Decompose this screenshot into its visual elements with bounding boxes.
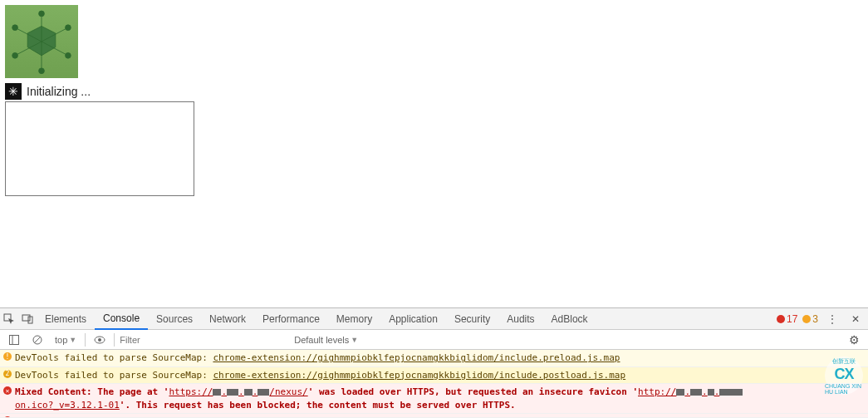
console-error-row[interactable]: ✕: [0, 414, 868, 418]
warning-icon: 2: [3, 370, 12, 378]
context-dropdown[interactable]: top ▼: [51, 335, 80, 345]
live-expression-icon[interactable]: [91, 331, 109, 349]
page-url-link[interactable]: https://.../nexus/: [169, 386, 307, 397]
svg-point-2: [39, 11, 45, 17]
tab-performance[interactable]: Performance: [254, 308, 328, 330]
console-text: Mixed Content: The page at ': [15, 386, 169, 397]
tab-application[interactable]: Application: [380, 308, 446, 330]
console-text: DevTools failed to parse SourceMap:: [15, 370, 213, 381]
more-icon[interactable]: ⋮: [823, 310, 841, 328]
console-sidebar-toggle-icon[interactable]: [5, 331, 23, 349]
clear-console-icon[interactable]: [28, 331, 47, 349]
console-text: ' was loaded over HTTPS, but requested a…: [308, 386, 638, 397]
tab-memory[interactable]: Memory: [328, 308, 380, 330]
devtools-tabbar: Elements Console Sources Network Perform…: [0, 308, 868, 330]
error-icon: ✕: [3, 386, 12, 395]
close-icon[interactable]: ✕: [846, 310, 865, 328]
initializing-label: Initializing ...: [27, 85, 91, 98]
console-warning-row[interactable]: 2 DevTools failed to parse SourceMap: ch…: [0, 367, 868, 384]
svg-point-12: [12, 25, 18, 31]
svg-line-19: [34, 337, 41, 343]
tab-security[interactable]: Security: [446, 308, 498, 330]
chevron-down-icon: ▼: [351, 336, 358, 344]
svg-rect-14: [22, 315, 30, 321]
svg-point-6: [66, 52, 71, 58]
svg-point-21: [98, 338, 101, 342]
console-text: '. This request has been blocked; the co…: [120, 400, 516, 411]
settings-icon[interactable]: ⚙: [845, 331, 863, 349]
console-filter-bar: top ▼ Default levels ▼ ⚙: [0, 330, 868, 350]
tab-elements[interactable]: Elements: [37, 308, 95, 330]
tab-sources[interactable]: Sources: [148, 308, 201, 330]
svg-point-4: [66, 25, 71, 31]
filter-input[interactable]: [120, 335, 286, 345]
device-toggle-icon[interactable]: [18, 310, 37, 328]
tab-console[interactable]: Console: [95, 308, 148, 330]
tab-audits[interactable]: Audits: [498, 308, 542, 330]
devtools-panel: Elements Console Sources Network Perform…: [0, 307, 868, 418]
inspect-element-icon[interactable]: [0, 310, 18, 328]
warning-count-badge[interactable]: 3: [802, 313, 818, 325]
tab-network[interactable]: Network: [201, 308, 254, 330]
svg-rect-16: [10, 335, 19, 344]
nexus-logo: [5, 5, 78, 78]
chevron-down-icon: ▼: [69, 336, 76, 344]
console-messages: ! DevTools failed to parse SourceMap: ch…: [0, 350, 868, 418]
console-warning-row[interactable]: ! DevTools failed to parse SourceMap: ch…: [0, 350, 868, 366]
loading-spinner-icon: ✳: [5, 83, 22, 100]
svg-point-8: [39, 68, 45, 74]
sourcemap-link[interactable]: chrome-extension://gighmmpiobklfepjocnam…: [213, 352, 620, 363]
warning-icon: [802, 315, 811, 323]
content-placeholder-box: [5, 101, 194, 196]
console-error-row[interactable]: ✕ Mixed Content: The page at 'https://..…: [0, 384, 868, 414]
console-text: DevTools failed to parse SourceMap:: [15, 352, 213, 363]
log-levels-dropdown[interactable]: Default levels ▼: [291, 335, 361, 345]
sourcemap-link[interactable]: chrome-extension://gighmmpiobklfepjocnam…: [213, 370, 625, 381]
tab-adblock[interactable]: AdBlock: [543, 308, 596, 330]
error-icon: [777, 315, 785, 323]
watermark-logo: 创新互联 CX CHUANG XIN HU LIAN: [825, 357, 863, 395]
warning-icon: !: [3, 352, 12, 361]
svg-point-10: [12, 52, 18, 58]
error-count-badge[interactable]: 17: [777, 313, 797, 325]
